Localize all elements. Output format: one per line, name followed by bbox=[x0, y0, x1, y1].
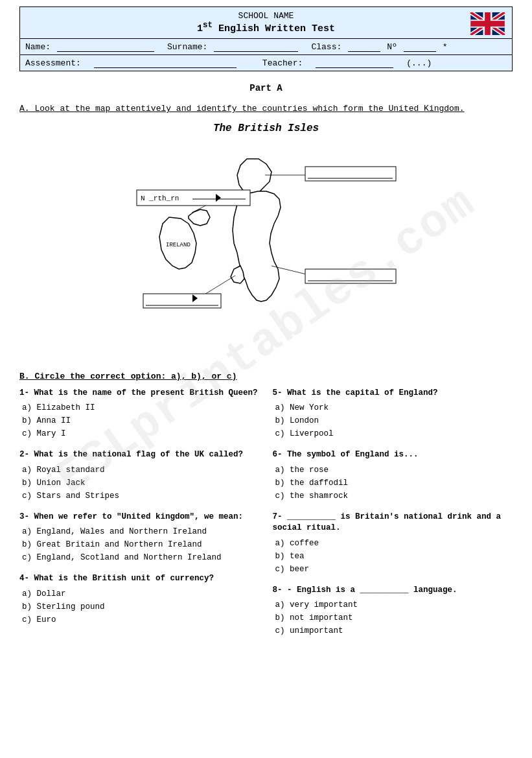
svg-text:N _rth_rn: N _rth_rn bbox=[141, 195, 179, 202]
svg-rect-18 bbox=[143, 294, 221, 308]
q5-opt-c: c) Liverpool bbox=[273, 427, 513, 440]
q8-opt-a: a) very important bbox=[273, 598, 513, 611]
q5-opt-a: a) New York bbox=[273, 401, 513, 414]
q7-opt-c: c) beer bbox=[273, 563, 513, 576]
svg-rect-20 bbox=[305, 269, 396, 283]
test-title-2: English Written Test bbox=[213, 23, 335, 34]
uk-flag-icon bbox=[470, 12, 505, 35]
info-row-1: Name: Surname: Class: Nº * bbox=[19, 39, 513, 55]
questions-grid: 1- What is the name of the present Briti… bbox=[19, 388, 513, 647]
q8-opt-b: b) not important bbox=[273, 611, 513, 624]
question-4: 4- What is the British unit of currency?… bbox=[19, 573, 260, 626]
svg-rect-8 bbox=[470, 21, 505, 27]
test-title-1: 1 bbox=[197, 23, 203, 34]
map-container: IRELAND N _rth_rn bbox=[19, 139, 513, 360]
ellipsis: (...) bbox=[406, 58, 432, 68]
surname-label: Surname: bbox=[167, 42, 207, 52]
part-a-title: Part A bbox=[19, 83, 513, 93]
q1-opt-c: c) Mary I bbox=[19, 427, 260, 440]
q6-text: 6- The symbol of England is... bbox=[273, 449, 513, 461]
info-row-2: Assessment: Teacher: (...) bbox=[19, 55, 513, 71]
n-label: Nº bbox=[387, 42, 397, 52]
question-1: 1- What is the name of the present Briti… bbox=[19, 388, 260, 441]
q2-opt-a: a) Royal standard bbox=[19, 464, 260, 477]
question-7: 7- __________ is Britain's national drin… bbox=[273, 512, 513, 576]
q2-opt-c: c) Stars and Stripes bbox=[19, 490, 260, 503]
question-2: 2- What is the national flag of the UK c… bbox=[19, 449, 260, 503]
right-column: 5- What is the capital of England? a) Ne… bbox=[273, 388, 513, 647]
q6-opt-b: b) the daffodil bbox=[273, 477, 513, 490]
q6-opt-c: c) the shamrock bbox=[273, 490, 513, 503]
teacher-field[interactable] bbox=[316, 58, 393, 68]
q7-opt-b: b) tea bbox=[273, 550, 513, 563]
assessment-field[interactable] bbox=[94, 58, 237, 68]
star: * bbox=[443, 42, 448, 52]
q1-opt-a: a) Elizabeth II bbox=[19, 401, 260, 414]
q6-opt-a: a) the rose bbox=[273, 464, 513, 477]
q8-text: 8- - English is a __________ language. bbox=[273, 585, 513, 597]
q3-text: 3- When we refer to "United kingdom", we… bbox=[19, 512, 260, 523]
q2-text: 2- What is the national flag of the UK c… bbox=[19, 449, 260, 461]
british-isles-map: IRELAND N _rth_rn bbox=[104, 139, 428, 353]
q4-opt-c: c) Euro bbox=[19, 613, 260, 626]
q1-opt-b: b) Anna II bbox=[19, 414, 260, 427]
left-column: 1- What is the name of the present Briti… bbox=[19, 388, 260, 647]
question-6: 6- The symbol of England is... a) the ro… bbox=[273, 449, 513, 503]
class-field[interactable] bbox=[348, 41, 380, 52]
q3-opt-c: c) England, Scotland and Northern Irelan… bbox=[19, 551, 260, 564]
q5-opt-b: b) London bbox=[273, 414, 513, 427]
q4-text: 4- What is the British unit of currency? bbox=[19, 573, 260, 585]
class-label: Class: bbox=[311, 42, 341, 52]
question-8: 8- - English is a __________ language. a… bbox=[273, 585, 513, 638]
assessment-label: Assessment: bbox=[25, 58, 81, 68]
question-5: 5- What is the capital of England? a) Ne… bbox=[273, 388, 513, 441]
question-a-text: A. Look at the map attentively and ident… bbox=[19, 102, 513, 116]
school-name: SCHOOL NAME bbox=[27, 11, 505, 21]
map-title: The British Isles bbox=[19, 123, 513, 134]
q7-opt-a: a) coffee bbox=[273, 537, 513, 550]
q8-opt-c: c) unimportant bbox=[273, 624, 513, 637]
header-box: SCHOOL NAME 1st English Written Test bbox=[19, 6, 513, 39]
question-3: 3- When we refer to "United kingdom", we… bbox=[19, 512, 260, 565]
test-title-sup: st bbox=[203, 21, 213, 30]
q1-text: 1- What is the name of the present Briti… bbox=[19, 388, 260, 399]
surname-field[interactable] bbox=[214, 41, 298, 52]
q3-opt-b: b) Great Britain and Northern Ireland bbox=[19, 538, 260, 551]
q5-text: 5- What is the capital of England? bbox=[273, 388, 513, 399]
q7-text: 7- __________ is Britain's national drin… bbox=[273, 512, 513, 534]
q4-opt-a: a) Dollar bbox=[19, 587, 260, 600]
section-b-title: B. Circle the correct option: a), b), or… bbox=[19, 372, 513, 381]
teacher-label: Teacher: bbox=[262, 58, 303, 68]
name-label: Name: bbox=[25, 42, 51, 52]
q2-opt-b: b) Union Jack bbox=[19, 477, 260, 490]
n-field[interactable] bbox=[404, 41, 436, 52]
q4-opt-b: b) Sterling pound bbox=[19, 600, 260, 613]
svg-rect-16 bbox=[305, 167, 396, 181]
q3-opt-a: a) England, Wales and Northern Ireland bbox=[19, 525, 260, 538]
test-title: 1st English Written Test bbox=[27, 21, 505, 34]
name-field[interactable] bbox=[57, 41, 154, 52]
ireland-label: IRELAND bbox=[166, 242, 191, 248]
